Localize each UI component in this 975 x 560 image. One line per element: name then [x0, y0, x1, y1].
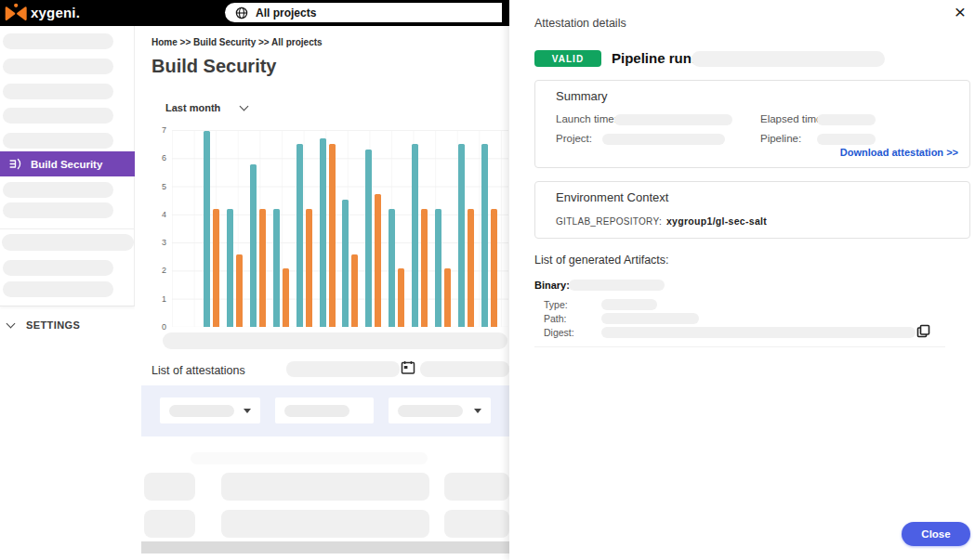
digest-label: Digest:	[544, 327, 574, 338]
sidebar-item-skeleton	[3, 59, 113, 74]
y-tick-label: 2	[162, 266, 166, 275]
table-row-cell-skeleton	[444, 473, 509, 501]
chevron-down-icon	[240, 102, 249, 111]
sidebar-item-skeleton	[3, 260, 113, 276]
bar-orange	[375, 194, 381, 327]
xygeni-logo: xygeni.	[5, 2, 80, 22]
bar-group	[481, 131, 497, 327]
caret-down-icon	[474, 409, 481, 413]
filter-dropdown-1[interactable]	[160, 397, 260, 423]
attestations-heading: List of attestations	[152, 364, 245, 377]
bar-group	[273, 131, 289, 327]
bar-group	[227, 131, 243, 327]
summary-card: Summary Launch time: Elapsed time: Proje…	[534, 80, 970, 168]
environment-context-card: Environment Context GITLAB_REPOSITORY:xy…	[534, 181, 970, 239]
bar-orange	[491, 209, 497, 327]
filter-input-2[interactable]	[275, 397, 374, 423]
filter-value-skeleton	[284, 405, 349, 417]
elapsed-time-label: Elapsed time:	[760, 113, 825, 124]
close-icon[interactable]: ×	[955, 0, 966, 24]
bar-teal	[389, 209, 395, 327]
sidebar-item-skeleton	[3, 281, 113, 297]
sidebar-item-skeleton-wide	[2, 234, 134, 251]
top-bar: xygeni. All projects	[0, 0, 509, 26]
horizontal-scrollbar[interactable]	[141, 541, 509, 553]
elapsed-time-skeleton	[817, 114, 876, 125]
artifacts-heading: List of generated Artifacts:	[534, 254, 669, 267]
close-button[interactable]: Close	[902, 522, 970, 546]
y-tick-label: 0	[162, 322, 166, 332]
sidebar-nav-section: Build Security	[0, 26, 135, 306]
breadcrumb: Home >> Build Security >> All projects	[152, 37, 323, 47]
bar-teal	[273, 209, 280, 327]
sidebar-item-skeleton	[3, 202, 113, 218]
bar-orange	[421, 209, 428, 327]
app-root: xygeni. All projects Build Secur	[0, 0, 975, 560]
gitlab-repository-row: GITLAB_REPOSITORY:xygroup1/gl-sec-salt	[556, 215, 767, 227]
bar-teal	[342, 200, 349, 327]
bar-orange	[351, 254, 358, 327]
launch-time-skeleton	[614, 114, 732, 125]
gitlab-repository-value: xygroup1/gl-sec-salt	[666, 215, 767, 227]
calendar-icon[interactable]	[401, 360, 415, 375]
y-tick-label: 3	[162, 238, 166, 247]
binary-label: Binary:	[534, 280, 570, 291]
settings-label: SETTINGS	[26, 319, 80, 331]
bar-orange	[283, 268, 289, 327]
sidebar: Build Security SETTINGS	[0, 26, 135, 560]
table-row-cell-skeleton	[221, 473, 429, 501]
bar-orange	[329, 144, 336, 327]
sidebar-item-label: Build Security	[31, 159, 102, 170]
filter-value-skeleton	[169, 405, 234, 417]
bar-group	[250, 131, 266, 327]
bar-orange	[236, 254, 243, 327]
project-selector[interactable]: All projects	[225, 3, 502, 22]
logo-text: xygeni.	[31, 5, 80, 20]
bar-teal	[458, 144, 465, 327]
y-tick-label: 7	[162, 125, 166, 135]
bar-orange	[306, 209, 312, 327]
y-tick-label: 5	[162, 182, 166, 191]
attestations-date-skeleton	[420, 361, 509, 377]
bar-teal	[412, 144, 418, 327]
sidebar-item-skeleton	[3, 33, 113, 49]
project-label: Project:	[556, 133, 592, 144]
path-label: Path:	[544, 313, 567, 324]
time-filter-dropdown[interactable]: Last month	[165, 102, 247, 113]
chart-plot-bars	[172, 131, 508, 327]
bar-teal	[250, 164, 257, 327]
launch-time-label: Launch time:	[556, 113, 617, 124]
page-title: Build Security	[152, 56, 276, 77]
copy-icon[interactable]	[916, 324, 930, 338]
bar-group	[296, 131, 312, 327]
attestations-chart: 01234567	[155, 130, 508, 329]
bar-teal	[435, 209, 441, 327]
bar-group	[204, 131, 219, 327]
divider	[534, 346, 945, 347]
filter-dropdown-3[interactable]	[389, 397, 491, 423]
bar-group	[458, 131, 474, 327]
chart-y-axis: 01234567	[155, 130, 168, 327]
pipeline-run-value-skeleton	[692, 51, 885, 67]
sidebar-item-build-security[interactable]: Build Security	[0, 151, 135, 176]
bar-teal	[481, 144, 488, 327]
bar-teal	[365, 150, 372, 327]
pipeline-run-label: Pipeline run:	[612, 50, 696, 66]
bar-teal	[320, 138, 326, 327]
bar-orange	[213, 209, 219, 327]
filter-value-skeleton	[398, 405, 463, 417]
y-tick-label: 4	[162, 210, 166, 219]
bar-group	[320, 131, 336, 327]
sidebar-settings-toggle[interactable]: SETTINGS	[7, 319, 80, 331]
download-attestation-link[interactable]: Download attestation >>	[840, 147, 958, 158]
panel-title: Attestation details	[534, 17, 626, 30]
type-label: Type:	[544, 299, 568, 310]
y-tick-label: 6	[162, 153, 166, 163]
chart-x-axis-skeleton	[163, 332, 507, 349]
table-row-cell-skeleton	[444, 510, 509, 538]
table-row-cell-skeleton	[144, 473, 195, 501]
status-badge: VALID	[534, 50, 601, 67]
table-row-cell-skeleton	[144, 510, 195, 538]
pipeline-label: Pipeline:	[760, 133, 801, 144]
bar-orange	[444, 268, 451, 327]
